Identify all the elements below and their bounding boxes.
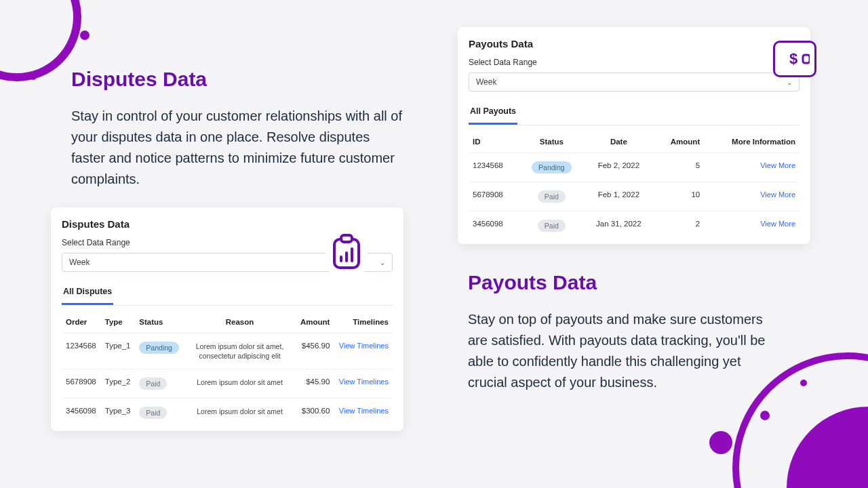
col-timelines: Timelines (334, 310, 393, 333)
status-badge: Panding (532, 161, 572, 174)
money-card-icon: $ (773, 41, 816, 77)
cell-amount: 10 (654, 182, 705, 211)
cell-id: 5678908 (469, 182, 519, 211)
svg-rect-6 (351, 247, 353, 262)
table-row: 3456098Type_3PaidLorem ipsum dolor sit a… (62, 399, 393, 428)
col-status: Status (135, 310, 184, 333)
payouts-section: Payouts Data Select Data Range Week ⌄ Al… (458, 27, 810, 488)
payouts-range-value: Week (476, 77, 496, 87)
status-badge: Paid (139, 378, 167, 390)
cell-type: Type_3 (101, 399, 136, 428)
svg-text:$: $ (789, 50, 797, 67)
cell-status: Paid (135, 399, 184, 428)
cell-status: Paid (135, 369, 184, 399)
cell-amount: 2 (654, 211, 705, 241)
disputes-section: Disputes Data Stay in control of your cu… (71, 68, 403, 488)
table-row: 5678908PaidFeb 1, 202210View More (469, 182, 800, 211)
cell-order: 3456098 (62, 399, 101, 428)
payouts-description: Stay on top of payouts and make sure cus… (468, 309, 766, 393)
status-badge: Paid (538, 220, 566, 232)
cell-type: Type_2 (101, 369, 136, 399)
cell-status: Paid (519, 211, 583, 241)
cell-id: 1234568 (469, 153, 519, 182)
cell-date: Feb 1, 2022 (583, 182, 654, 211)
cell-reason: Lorem ipsum dolor sit amet (184, 369, 296, 399)
table-row: 1234568PandingFeb 2, 20225View More (469, 153, 800, 182)
chevron-down-icon: ⌄ (380, 259, 385, 266)
col-reason: Reason (184, 310, 296, 333)
payouts-card: Payouts Data Select Data Range Week ⌄ Al… (458, 27, 810, 244)
view-more-link[interactable]: View More (760, 161, 795, 169)
payouts-range-label: Select Data Range (469, 58, 800, 67)
cell-amount: $45.90 (296, 369, 334, 399)
tab-all-payouts[interactable]: All Payouts (469, 101, 517, 125)
svg-rect-4 (340, 256, 342, 262)
payouts-heading: Payouts Data (468, 271, 810, 294)
status-badge: Paid (538, 190, 566, 203)
cell-more: View More (704, 211, 800, 241)
col-status: Status (519, 129, 583, 153)
svg-rect-5 (345, 251, 348, 262)
tab-all-disputes[interactable]: All Disputes (62, 281, 113, 305)
col-id: ID (469, 129, 519, 153)
svg-rect-3 (341, 235, 352, 242)
table-row: 3456098PaidJan 31, 20222View More (469, 211, 800, 241)
status-badge: Panding (139, 342, 179, 354)
cell-status: Panding (135, 333, 184, 369)
cell-amount: $456.90 (296, 333, 334, 369)
cell-more: View More (704, 182, 800, 211)
view-timelines-link[interactable]: View Timelines (339, 342, 389, 350)
cell-id: 3456098 (469, 211, 519, 241)
cell-type: Type_1 (101, 333, 136, 369)
view-more-link[interactable]: View More (760, 190, 795, 199)
cell-amount: 5 (654, 153, 705, 182)
payouts-tabs: All Payouts (469, 101, 800, 125)
view-timelines-link[interactable]: View Timelines (339, 378, 389, 386)
col-amount: Amount (296, 310, 334, 333)
svg-rect-1 (803, 55, 810, 63)
col-type: Type (101, 310, 136, 333)
disputes-range-value: Week (69, 258, 90, 267)
payouts-card-title: Payouts Data (469, 38, 800, 49)
cell-reason: Lorem ipsum dolor sit amet, consectetur … (184, 333, 296, 369)
disputes-card-title: Disputes Data (62, 218, 393, 230)
cell-timelines: View Timelines (334, 399, 393, 428)
payouts-table: ID Status Date Amount More Information 1… (469, 129, 800, 240)
view-more-link[interactable]: View More (760, 220, 795, 228)
cell-timelines: View Timelines (334, 369, 393, 399)
view-timelines-link[interactable]: View Timelines (339, 407, 389, 415)
cell-reason: Lorem ipsum dolor sit amet (184, 399, 296, 428)
cell-timelines: View Timelines (334, 333, 393, 369)
cell-amount: $300.60 (296, 399, 334, 428)
disputes-table: Order Type Status Reason Amount Timeline… (62, 310, 393, 427)
clipboard-chart-icon (326, 230, 368, 272)
cell-date: Jan 31, 2022 (583, 211, 654, 241)
status-badge: Paid (139, 407, 167, 419)
table-row: 1234568Type_1PandingLorem ipsum dolor si… (62, 333, 393, 369)
cell-status: Paid (519, 182, 583, 211)
col-order: Order (62, 310, 101, 333)
disputes-tabs: All Disputes (62, 281, 393, 306)
col-date: Date (583, 129, 654, 153)
cell-more: View More (704, 153, 800, 182)
col-more: More Information (704, 129, 800, 153)
payouts-range-select[interactable]: Week ⌄ (469, 73, 800, 92)
cell-order: 5678908 (62, 369, 101, 399)
disputes-description: Stay in control of your customer relatio… (71, 106, 403, 190)
cell-order: 1234568 (62, 333, 101, 369)
disputes-heading: Disputes Data (71, 68, 403, 91)
col-amount: Amount (654, 129, 705, 153)
table-row: 5678908Type_2PaidLorem ipsum dolor sit a… (62, 369, 393, 399)
chevron-down-icon: ⌄ (787, 79, 792, 86)
cell-status: Panding (519, 153, 583, 182)
cell-date: Feb 2, 2022 (583, 153, 654, 182)
